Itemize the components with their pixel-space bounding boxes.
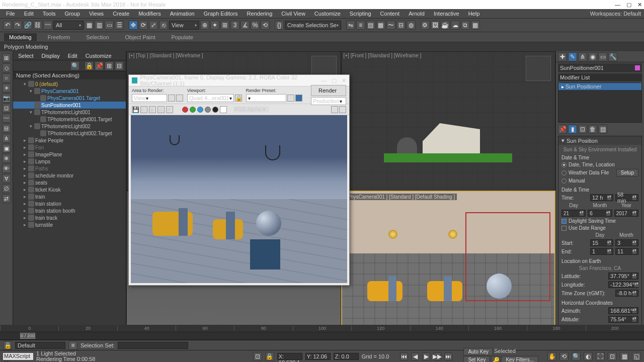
rendset-icon[interactable]: ⚙ <box>421 21 430 30</box>
manip-icon[interactable]: ✦ <box>210 21 219 30</box>
az-spin[interactable]: 168.681°▴▾ <box>608 307 638 314</box>
goto-start-icon[interactable]: ⏮ <box>400 352 408 360</box>
radio-weather[interactable] <box>561 170 567 175</box>
tree-node[interactable]: ▸Fake People <box>13 137 126 144</box>
vp-front-caption[interactable]: [+] [Front ] [Standard ] [Wireframe ] <box>344 53 422 58</box>
tree-node[interactable]: ▾TPhotometricLight002 <box>13 123 126 130</box>
tree-node[interactable]: ▸turnstile <box>13 221 126 228</box>
rfw-icon[interactable]: 🖼 <box>431 21 440 30</box>
alpha-ch-icon[interactable] <box>205 107 211 113</box>
print-icon[interactable]: 🖨 <box>157 106 165 113</box>
lock-icon[interactable]: 🔒 <box>3 341 12 350</box>
autokey-button[interactable]: Auto Key <box>463 348 493 355</box>
tree-node[interactable]: ▸ticket Kiosk <box>13 186 126 193</box>
vp-drop[interactable]: Quad 4...era001 ▾ <box>187 94 234 102</box>
se-pin-icon[interactable]: 📌 <box>95 61 104 70</box>
default-set[interactable]: Default <box>15 342 65 349</box>
close-icon[interactable]: ✕ <box>637 2 642 8</box>
nav-zoom-icon[interactable]: 🔍 <box>572 352 581 361</box>
scene-header[interactable]: Name (Sorted Ascending) <box>13 71 126 79</box>
maxscript-mini[interactable]: MAXScript Mi <box>3 353 33 360</box>
se-cont-icon[interactable]: ▣ <box>2 144 11 153</box>
ribbon-tab-object paint[interactable]: Object Paint <box>120 33 160 41</box>
viewport-front[interactable]: [+] [Front ] [Standard ] [Wireframe ] <box>341 51 556 191</box>
se-expand-icon[interactable]: ⊞ <box>105 61 114 70</box>
lock-sel-icon[interactable]: 🔒 <box>265 352 274 361</box>
time-slider[interactable]: 0 / 200 <box>20 333 35 339</box>
curve-icon[interactable]: 〜 <box>386 21 395 30</box>
red-ch-icon[interactable] <box>182 107 188 113</box>
tree-node[interactable]: ▸Fan <box>13 144 126 151</box>
menu-tools[interactable]: Tools <box>39 10 60 17</box>
preset-drop[interactable]: ▾ <box>246 94 286 102</box>
time-ruler[interactable]: 020406080100120140160180200 <box>0 325 644 332</box>
ribbon-icon[interactable]: ▦ <box>376 21 385 30</box>
end-day[interactable]: 1▴▾ <box>590 248 613 255</box>
menu-customize[interactable]: Customize <box>310 10 345 17</box>
save-img-icon[interactable]: 💾 <box>132 106 139 113</box>
nav-zoomext-icon[interactable]: ⊡ <box>608 352 617 361</box>
z-coord[interactable]: Z: 0.0 <box>334 353 359 360</box>
render-button[interactable]: Render <box>311 85 346 96</box>
tree-node[interactable]: ▸train track <box>13 214 126 221</box>
ribbon-tab-selection[interactable]: Selection <box>81 33 114 41</box>
a360-icon[interactable]: ☁ <box>451 21 460 30</box>
object-name[interactable]: SunPositioner001 <box>560 65 604 71</box>
lon-spin[interactable]: -122.394°▴▾ <box>608 281 638 288</box>
se-group-icon[interactable]: ⊟ <box>2 124 11 133</box>
menu-content[interactable]: Content <box>376 10 404 17</box>
ribbon-tab-modeling[interactable]: Modeling <box>4 33 37 41</box>
bind-icon[interactable]: 〰 <box>43 21 52 30</box>
tree-node[interactable]: ▸Paths <box>13 165 126 172</box>
mirror-icon[interactable]: ⇋ <box>346 21 355 30</box>
se-inv-icon[interactable]: ⇄ <box>2 194 11 203</box>
tree-node[interactable]: ▾PhysCamera001 <box>13 87 126 95</box>
vp-cam-caption[interactable]: [PhysCamera001 ] [Standard ] [Default Sh… <box>344 194 457 200</box>
green-ch-icon[interactable] <box>190 107 196 113</box>
psnap-icon[interactable]: % <box>251 21 260 30</box>
mono-ch-icon[interactable] <box>212 107 218 113</box>
tree-node[interactable]: ▸ImagePlane <box>13 151 126 158</box>
area-auto-icon[interactable] <box>176 95 183 102</box>
clone-icon[interactable]: ⊕ <box>149 106 156 113</box>
isolate-icon[interactable]: ⊡ <box>253 352 262 361</box>
se-collapse-icon[interactable]: ⊟ <box>115 61 124 70</box>
end-mon[interactable]: 11▴▾ <box>615 248 638 255</box>
nav-min-icon[interactable]: ◱ <box>632 352 641 361</box>
place-icon[interactable]: ⎋ <box>159 21 168 30</box>
menu-civilview[interactable]: Civil View <box>277 10 309 17</box>
selcross-icon[interactable]: ▥ <box>95 21 104 30</box>
pin-stack-icon[interactable]: 📌 <box>558 125 567 134</box>
remove-icon[interactable]: 🗑 <box>588 125 597 134</box>
lat-spin[interactable]: 37.795°▴▾ <box>608 273 638 280</box>
modifier-stack[interactable]: ▸ Sun Positioner <box>558 82 642 123</box>
next-frame-icon[interactable]: ▶▶ <box>433 352 441 360</box>
vp-top-caption[interactable]: [+] [Top ] [Standard ] [Wireframe ] <box>129 53 203 58</box>
scene-menu-edit[interactable]: Edit <box>65 52 80 59</box>
hierarchy-tab-icon[interactable]: ⋔ <box>578 52 587 61</box>
radio-manual[interactable] <box>561 178 567 184</box>
unlink-icon[interactable]: ⛓ <box>33 21 42 30</box>
render-panel[interactable]: ▦ <box>471 21 480 30</box>
trackbar[interactable]: 0 / 200 <box>0 332 644 340</box>
scene-menu-customize[interactable]: Customize <box>83 52 115 59</box>
se-hidden-icon[interactable]: 👁 <box>2 164 11 173</box>
prod-drop[interactable]: Production ▾ <box>311 97 346 105</box>
selset-drop[interactable]: Create Selection Se▾ <box>285 21 341 30</box>
config-icon[interactable]: ▤ <box>598 125 607 134</box>
setup-button[interactable]: Setup <box>616 169 638 176</box>
x-coord[interactable]: X: 18,639.1 <box>277 353 302 360</box>
render-output[interactable] <box>131 115 347 283</box>
selwin-icon[interactable]: ▦ <box>85 21 94 30</box>
se-bone-icon[interactable]: ⋔ <box>2 134 11 143</box>
min-spin[interactable]: 58 min▴▾ <box>615 194 638 201</box>
selrect-icon[interactable]: ▭ <box>105 21 114 30</box>
menu-group[interactable]: Group <box>60 10 84 17</box>
keymode-drop[interactable]: Selected <box>494 348 524 355</box>
layer-icon[interactable]: ▤ <box>366 21 375 30</box>
mated-icon[interactable]: ◍ <box>407 21 416 30</box>
overlay-b-icon[interactable] <box>339 106 346 113</box>
align-icon[interactable]: ≡ <box>356 21 365 30</box>
scene-menu-select[interactable]: Select <box>15 52 37 59</box>
hours-spin[interactable]: 12 h▴▾ <box>590 194 613 201</box>
